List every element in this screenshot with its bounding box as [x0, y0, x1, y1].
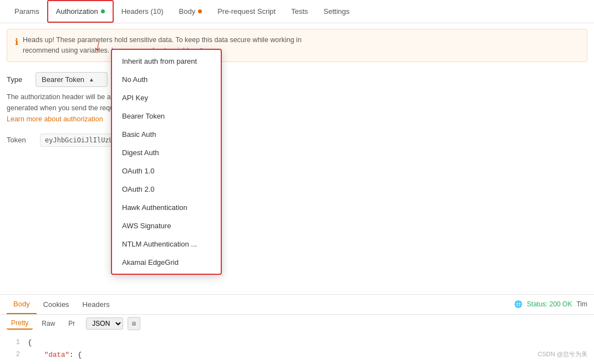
arrow-indicator: ↓ [94, 37, 102, 54]
tab-tests[interactable]: Tests [283, 0, 316, 23]
json-line-1: 1 { [7, 337, 587, 350]
tab-headers[interactable]: Headers (10) [114, 0, 171, 23]
status-badge: Status: 200 OK [527, 300, 572, 308]
globe-icon: 🌐 [514, 300, 522, 308]
learn-more-auth-link[interactable]: Learn more about authorization [7, 115, 103, 123]
chevron-up-icon: ▲ [89, 76, 94, 83]
dropdown-item-api-key[interactable]: API Key [112, 89, 221, 107]
dropdown-item-no-auth[interactable]: No Auth [112, 70, 221, 89]
watermark: CSDN @忿兮为美 [538, 350, 587, 358]
dropdown-item-digest[interactable]: Digest Auth [112, 143, 221, 162]
response-toolbar: Pretty Raw Pr JSON XML HTML Text ≡ [0, 315, 594, 332]
dropdown-item-basic[interactable]: Basic Auth [112, 125, 221, 143]
dropdown-item-bearer[interactable]: Bearer Token [112, 107, 221, 125]
dropdown-item-hawk[interactable]: Hawk Authentication [112, 198, 221, 217]
red-arrow-icon: ↓ [93, 36, 103, 55]
auth-type-dropdown-menu: Inherit auth from parent No Auth API Key… [111, 49, 222, 275]
tab-pre-request[interactable]: Pre-request Script [210, 0, 283, 23]
bearer-token-dropdown[interactable]: Bearer Token ▲ [35, 72, 108, 87]
response-status: 🌐 Status: 200 OK Tim [514, 300, 587, 308]
tab-params[interactable]: Params [7, 0, 47, 23]
format-pretty[interactable]: Pretty [7, 317, 33, 330]
response-time: Tim [576, 300, 587, 308]
json-response-body: 1 { 2 "data": { 3 "acce 4 "name 5 "avat … [0, 332, 594, 365]
filter-button[interactable]: ≡ [128, 317, 140, 330]
response-tab-headers[interactable]: Headers [76, 295, 116, 314]
format-raw[interactable]: Raw [37, 318, 59, 329]
tab-bar: Params Authorization Headers (10) Body P… [0, 0, 594, 23]
format-select[interactable]: JSON XML HTML Text [86, 317, 123, 330]
tab-settings[interactable]: Settings [316, 0, 357, 23]
response-area: Body Cookies Headers 🌐 Status: 200 OK Ti… [0, 294, 594, 365]
format-preview[interactable]: Pr [64, 318, 79, 329]
dropdown-item-inherit[interactable]: Inherit auth from parent [112, 52, 221, 70]
json-line-3: 3 "acce [7, 362, 587, 365]
dropdown-item-oauth2[interactable]: OAuth 2.0 [112, 180, 221, 198]
tab-body[interactable]: Body [171, 0, 210, 23]
dropdown-item-ntlm[interactable]: NTLM Authentication ... [112, 235, 221, 253]
authorization-dot [101, 9, 105, 13]
type-row: Type Bearer Token ▲ [0, 68, 594, 91]
token-label: Token [7, 136, 34, 144]
dropdown-item-akamai[interactable]: Akamai EdgeGrid [112, 253, 221, 271]
dropdown-item-oauth1[interactable]: OAuth 1.0 [112, 162, 221, 180]
response-tab-cookies[interactable]: Cookies [37, 295, 76, 314]
response-tab-bar: Body Cookies Headers 🌐 Status: 200 OK Ti… [0, 295, 594, 315]
dropdown-item-aws[interactable]: AWS Signature [112, 217, 221, 235]
info-icon: ℹ [15, 35, 18, 49]
type-label: Type [7, 75, 29, 84]
response-tab-body[interactable]: Body [7, 295, 37, 314]
body-dot [198, 9, 202, 13]
json-line-2: 2 "data": { [7, 349, 587, 362]
tab-authorization[interactable]: Authorization [47, 0, 114, 23]
token-row: Token eyJhbGciOiJlIlUzUxMiJ9.eyJzdWliOiJ… [0, 130, 594, 150]
